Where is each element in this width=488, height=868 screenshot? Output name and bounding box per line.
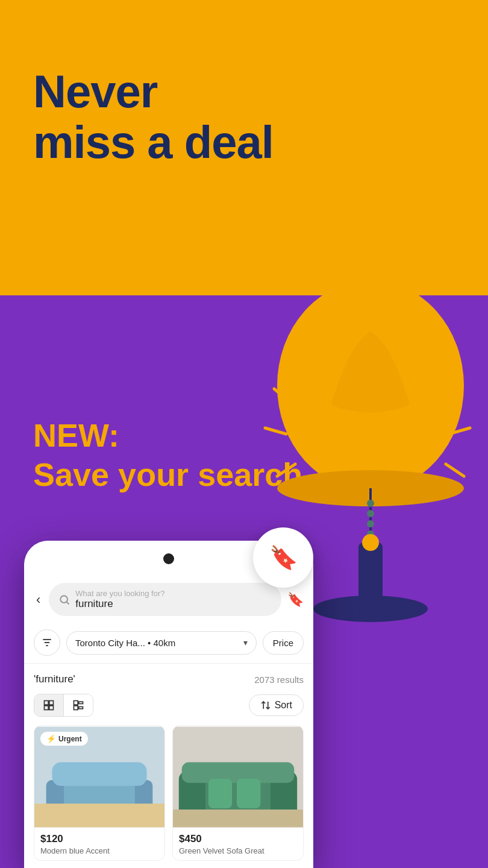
back-button[interactable]: ‹ xyxy=(34,590,43,610)
product-name-1: Modern blue Accent xyxy=(40,846,158,855)
svg-line-13 xyxy=(265,428,286,434)
product-image-2 xyxy=(173,726,303,828)
svg-point-6 xyxy=(367,510,374,517)
grid-icon xyxy=(43,699,55,711)
results-header: 'furniture' 2073 results xyxy=(34,673,304,685)
search-bookmark-button[interactable]: 🔖 xyxy=(287,592,304,608)
search-placeholder: What are you looking for? xyxy=(75,589,164,598)
list-view-button[interactable] xyxy=(63,694,93,716)
svg-rect-24 xyxy=(45,701,49,705)
svg-line-12 xyxy=(277,464,295,476)
urgent-icon: ⚡ xyxy=(46,734,56,743)
svg-rect-31 xyxy=(79,707,83,709)
product-price-1: $120 xyxy=(40,833,158,845)
product-card-1[interactable]: ⚡ Urgent $120 Modern blue Accent xyxy=(34,725,165,861)
svg-point-19 xyxy=(61,596,68,603)
search-icon xyxy=(58,594,70,606)
results-count: 2073 results xyxy=(254,675,304,685)
list-icon xyxy=(72,699,84,711)
view-toggle xyxy=(34,694,93,717)
svg-rect-28 xyxy=(74,701,78,705)
product-price-2: $450 xyxy=(179,833,297,845)
bookmark-icon: 🔖 xyxy=(269,544,298,571)
sort-button[interactable]: Sort xyxy=(249,694,304,716)
results-query: 'furniture' xyxy=(34,673,75,685)
search-input-container[interactable]: What are you looking for? furniture xyxy=(49,583,281,616)
product-info-2: $450 Green Velvet Sofa Great xyxy=(173,828,303,860)
hero-top-section: Never miss a deal xyxy=(0,0,488,295)
price-label: Price xyxy=(273,638,293,648)
location-button[interactable]: Toronto City Ha... • 40km ▾ xyxy=(66,631,257,655)
phone-camera xyxy=(163,553,174,564)
svg-rect-38 xyxy=(52,762,146,785)
svg-rect-10 xyxy=(358,542,383,612)
product-image-1: ⚡ Urgent xyxy=(34,726,164,828)
product-card-2[interactable]: $450 Green Velvet Sofa Great xyxy=(172,725,304,861)
svg-point-11 xyxy=(362,534,379,551)
urgent-text: Urgent xyxy=(58,735,82,743)
svg-rect-30 xyxy=(74,706,78,710)
sort-icon xyxy=(260,700,271,711)
svg-rect-26 xyxy=(45,706,49,710)
hero-title: Never miss a deal xyxy=(33,66,274,167)
filter-icon xyxy=(41,637,53,649)
svg-point-7 xyxy=(367,520,374,527)
svg-rect-27 xyxy=(49,706,54,710)
grid-view-button[interactable] xyxy=(34,694,63,716)
svg-rect-41 xyxy=(34,804,164,827)
price-filter-button[interactable]: Price xyxy=(263,631,304,655)
hero-title-line2: miss a deal xyxy=(33,116,274,168)
svg-rect-25 xyxy=(49,701,54,705)
svg-point-5 xyxy=(367,500,374,507)
results-area: 'furniture' 2073 results xyxy=(24,664,313,868)
product-grid: ⚡ Urgent $120 Modern blue Accent xyxy=(34,725,304,861)
svg-line-20 xyxy=(67,602,69,604)
location-text: Toronto City Ha... • 40km xyxy=(75,638,175,648)
view-sort-bar: Sort xyxy=(34,694,304,717)
phone-mockup: ‹ What are you looking for? furniture 🔖 xyxy=(24,541,313,868)
product-info-1: $120 Modern blue Accent xyxy=(34,828,164,860)
search-value: furniture xyxy=(75,598,113,609)
chevron-down-icon: ▾ xyxy=(243,638,248,647)
sort-label: Sort xyxy=(275,700,292,711)
svg-rect-29 xyxy=(79,702,83,703)
product-name-2: Green Velvet Sofa Great xyxy=(179,846,297,855)
hero-title-line1: Never xyxy=(33,66,157,117)
svg-rect-51 xyxy=(173,810,303,827)
svg-line-15 xyxy=(446,464,464,476)
floating-bookmark-button[interactable]: 🔖 xyxy=(253,527,313,588)
svg-rect-48 xyxy=(237,779,260,808)
svg-rect-47 xyxy=(208,779,232,808)
filter-icon-button[interactable] xyxy=(34,629,60,656)
urgent-badge: ⚡ Urgent xyxy=(40,732,88,746)
hero-bottom-section: NEW: Save your search. 🔖 ‹ What are you … xyxy=(0,295,488,868)
filter-bar: Toronto City Ha... • 40km ▾ Price xyxy=(24,624,313,664)
svg-rect-46 xyxy=(182,762,295,782)
